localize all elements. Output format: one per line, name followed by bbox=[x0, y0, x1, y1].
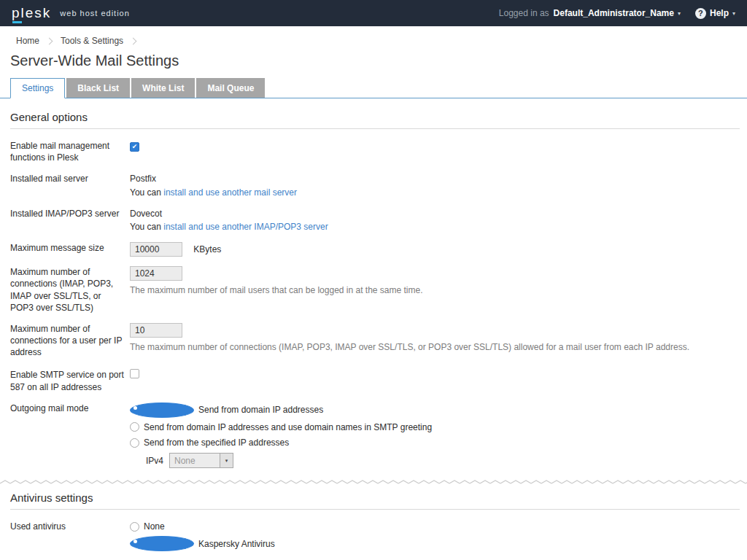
enable-mail-checkbox[interactable]: ✔ bbox=[130, 142, 139, 152]
form-row-enable-mail: Enable mail management functions in Ples… bbox=[10, 140, 740, 163]
form-row-smtp-587: Enable SMTP service on port 587 on all I… bbox=[10, 369, 740, 392]
user-menu[interactable]: Default_Administrator_Name bbox=[554, 8, 674, 18]
section-heading-general-options: General options bbox=[10, 98, 740, 129]
smtp-587-checkbox[interactable]: ✔ bbox=[130, 369, 139, 378]
outgoing-option-domain-ip-smtp-greeting[interactable]: Send from domain IP addresses and use do… bbox=[130, 421, 740, 433]
tab-bar: Settings Black List White List Mail Queu… bbox=[0, 78, 747, 98]
check-icon: ✔ bbox=[132, 144, 138, 150]
field-label: Enable SMTP service on port 587 on all I… bbox=[10, 369, 124, 392]
help-menu[interactable]: ? Help ▾ bbox=[695, 8, 735, 19]
radio-icon[interactable] bbox=[130, 522, 139, 532]
chevron-down-icon: ▾ bbox=[678, 10, 681, 17]
radio-label: Kaspersky Antivirus bbox=[198, 538, 275, 550]
form-row-mail-server: Installed mail server Postfix You can in… bbox=[10, 173, 740, 198]
plesk-logo: plesk bbox=[12, 5, 51, 21]
field-label: Installed IMAP/POP3 server bbox=[10, 208, 124, 233]
field-label: Used antivirus bbox=[10, 521, 124, 555]
field-hint: The maximum number of connections (IMAP,… bbox=[130, 341, 740, 353]
tab-black-list[interactable]: Black List bbox=[66, 78, 130, 98]
field-hint: The maximum number of mail users that ca… bbox=[130, 284, 740, 296]
install-imap-server-link[interactable]: install and use another IMAP/POP3 server bbox=[163, 222, 328, 232]
logged-in-as-label: Logged in as bbox=[499, 8, 549, 18]
radio-label: Send from the specified IP addresses bbox=[144, 437, 289, 448]
field-label: Maximum number of connections (IMAP, POP… bbox=[10, 266, 124, 314]
radio-label: Send from domain IP addresses bbox=[198, 404, 323, 416]
antivirus-option-none[interactable]: None bbox=[130, 521, 740, 532]
help-label: Help bbox=[710, 8, 729, 18]
field-label: Outgoing mail mode bbox=[10, 402, 124, 468]
form-row-max-message-size: Maximum message size KBytes bbox=[10, 242, 740, 257]
note-prefix: You can bbox=[130, 187, 163, 198]
field-label: Enable mail management functions in Ples… bbox=[10, 140, 124, 163]
field-label: Maximum message size bbox=[10, 242, 124, 257]
ipv4-select[interactable]: None ▾ bbox=[169, 453, 233, 468]
ipv4-selected-value: None bbox=[170, 455, 220, 467]
outgoing-option-domain-ip[interactable]: Send from domain IP addresses bbox=[130, 402, 740, 418]
section-heading-antivirus: Antivirus settings bbox=[10, 486, 740, 510]
install-mail-server-link[interactable]: install and use another mail server bbox=[163, 187, 297, 198]
tab-mail-queue[interactable]: Mail Queue bbox=[196, 78, 265, 98]
top-header: plesk web host edition Logged in as Defa… bbox=[0, 0, 747, 26]
page-title: Server-Wide Mail Settings bbox=[0, 46, 747, 78]
mail-server-note: You can install and use another mail ser… bbox=[130, 187, 740, 198]
zigzag-divider bbox=[0, 478, 747, 486]
form-row-outgoing-mail-mode: Outgoing mail mode Send from domain IP a… bbox=[10, 402, 740, 468]
chevron-down-icon: ▾ bbox=[220, 454, 233, 467]
antivirus-option-kaspersky[interactable]: Kaspersky Antivirus bbox=[130, 536, 740, 551]
chevron-down-icon: ▾ bbox=[732, 10, 735, 17]
radio-label: None bbox=[144, 521, 165, 532]
radio-selected-icon[interactable] bbox=[130, 402, 194, 418]
imap-server-value: Dovecot bbox=[130, 208, 740, 219]
radio-label: Send from domain IP addresses and use do… bbox=[144, 421, 432, 433]
tab-white-list[interactable]: White List bbox=[131, 78, 195, 98]
form-row-used-antivirus: Used antivirus None Kaspersky Antivirus bbox=[10, 521, 740, 555]
edition-label: web host edition bbox=[60, 9, 130, 18]
max-message-size-input[interactable] bbox=[130, 242, 182, 257]
note-prefix: You can bbox=[130, 222, 163, 232]
max-connections-input[interactable] bbox=[130, 266, 182, 281]
breadcrumb-home[interactable]: Home bbox=[16, 36, 39, 46]
max-connections-per-ip-input[interactable] bbox=[130, 323, 182, 338]
breadcrumb-separator-icon bbox=[46, 37, 53, 44]
form-row-max-connections: Maximum number of connections (IMAP, POP… bbox=[10, 266, 740, 314]
radio-selected-icon[interactable] bbox=[130, 536, 194, 551]
form-row-imap-server: Installed IMAP/POP3 server Dovecot You c… bbox=[10, 208, 740, 233]
breadcrumb-separator-icon bbox=[130, 37, 137, 44]
tab-settings[interactable]: Settings bbox=[10, 78, 65, 98]
field-label: Maximum number of connections for a user… bbox=[10, 323, 124, 359]
field-label: Installed mail server bbox=[10, 173, 124, 198]
unit-label: KBytes bbox=[193, 244, 221, 254]
form-row-max-connections-per-ip: Maximum number of connections for a user… bbox=[10, 323, 740, 359]
mail-server-value: Postfix bbox=[130, 173, 740, 184]
outgoing-option-specified-ip[interactable]: Send from the specified IP addresses bbox=[130, 437, 740, 448]
header-right: Logged in as Default_Administrator_Name … bbox=[499, 8, 735, 19]
breadcrumb-tools-settings[interactable]: Tools & Settings bbox=[61, 36, 123, 46]
ipv4-label: IPv4 bbox=[146, 455, 163, 467]
breadcrumb: Home Tools & Settings bbox=[0, 26, 747, 46]
radio-icon[interactable] bbox=[130, 422, 139, 432]
imap-server-note: You can install and use another IMAP/POP… bbox=[130, 221, 740, 233]
ipv4-select-row: IPv4 None ▾ bbox=[146, 453, 740, 468]
radio-icon[interactable] bbox=[130, 438, 139, 448]
help-icon: ? bbox=[695, 8, 706, 19]
